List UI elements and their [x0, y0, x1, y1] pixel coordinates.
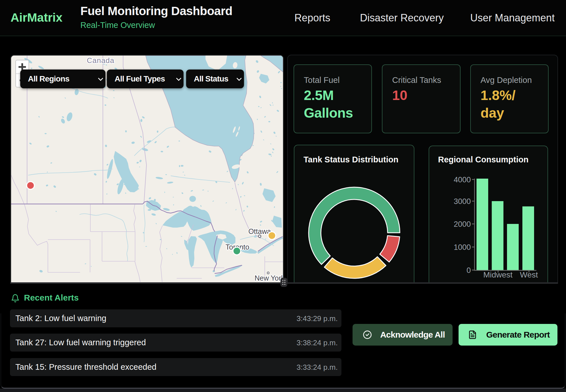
svg-text:2000: 2000 — [454, 220, 471, 228]
svg-text:Ottawa: Ottawa — [248, 227, 271, 235]
svg-text:New York: New York — [255, 274, 283, 282]
svg-text:0: 0 — [467, 266, 471, 275]
svg-text:3000: 3000 — [454, 197, 471, 206]
svg-text:Midwest: Midwest — [483, 270, 513, 279]
svg-text:Canada: Canada — [87, 56, 114, 65]
svg-text:West: West — [520, 270, 538, 279]
svg-text:4000: 4000 — [454, 175, 471, 184]
svg-text:1000: 1000 — [454, 243, 471, 252]
